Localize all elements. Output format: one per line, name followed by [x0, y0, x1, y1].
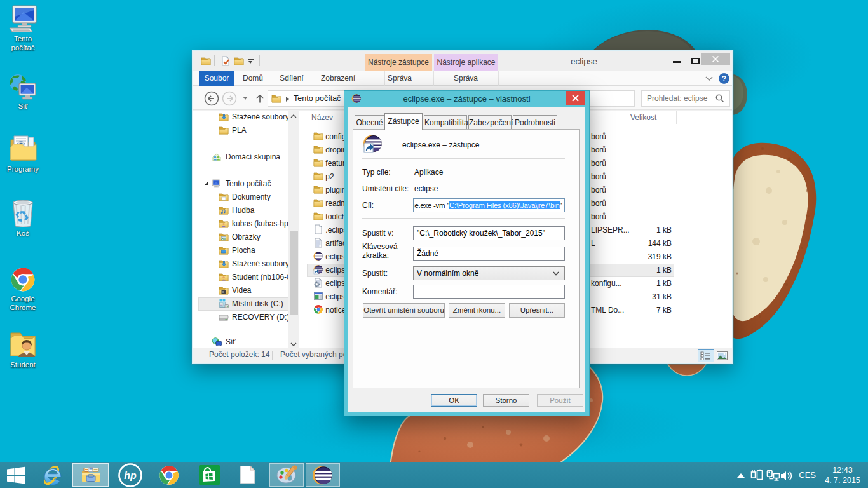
- svg-text:hp: hp: [124, 470, 137, 481]
- svg-text:?: ?: [722, 74, 726, 83]
